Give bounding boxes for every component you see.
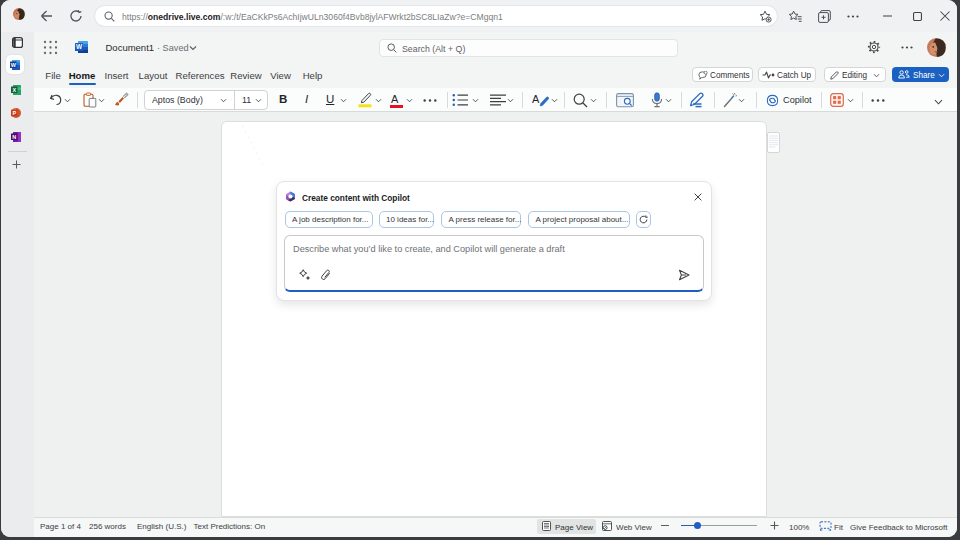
svg-text:N: N [12, 134, 16, 140]
svg-text:P: P [12, 110, 16, 116]
svg-text:W: W [11, 62, 17, 68]
svg-text:W: W [76, 43, 83, 50]
svg-text:X: X [12, 87, 16, 93]
